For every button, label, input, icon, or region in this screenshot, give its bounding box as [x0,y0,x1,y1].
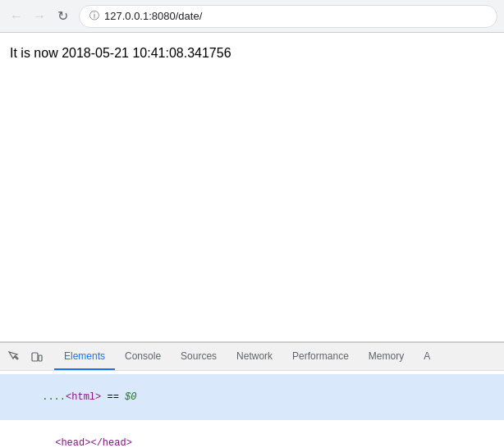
devtools-panel: Elements Console Sources Network Perform… [0,341,504,448]
head-tag: <head></head> [55,437,132,448]
tab-sources[interactable]: Sources [171,343,227,370]
svg-rect-0 [32,353,38,361]
tab-performance[interactable]: Performance [282,343,359,370]
html-open-tag: <html> [66,391,101,403]
inspect-element-button[interactable] [3,346,25,368]
browser-toolbar: ← → ↻ ⓘ 127.0.0.1:8080/date/ [0,0,504,33]
html-line-html[interactable]: ....<html> == $0 [0,374,504,420]
eq-sign: == [101,391,125,403]
address-bar[interactable]: ⓘ 127.0.0.1:8080/date/ [79,5,497,28]
dots-text: .... [42,391,66,403]
devtools-toolbar: Elements Console Sources Network Perform… [0,343,504,371]
tab-memory[interactable]: Memory [359,343,414,370]
tab-more[interactable]: A [414,343,440,370]
tab-console[interactable]: Console [115,343,171,370]
forward-button[interactable]: → [30,7,49,26]
page-content: It is now 2018-05-21 10:41:08.341756 [0,33,504,341]
reload-button[interactable]: ↻ [53,7,72,26]
html-line-head[interactable]: <head></head> [0,420,504,448]
page-text: It is now 2018-05-21 10:41:08.341756 [10,46,231,60]
back-button[interactable]: ← [7,7,26,26]
nav-buttons: ← → ↻ [7,7,72,26]
tab-network[interactable]: Network [227,343,282,370]
device-toolbar-button[interactable] [26,346,48,368]
security-icon: ⓘ [89,9,99,23]
dollar-zero: $0 [125,391,136,403]
tab-elements[interactable]: Elements [54,343,115,370]
svg-rect-1 [39,355,42,361]
devtools-tabs: Elements Console Sources Network Perform… [54,343,440,370]
devtools-content: ....<html> == $0 <head></head> <body>It … [0,371,504,448]
devtools-icons [3,346,48,368]
url-text: 127.0.0.1:8080/date/ [104,10,202,22]
